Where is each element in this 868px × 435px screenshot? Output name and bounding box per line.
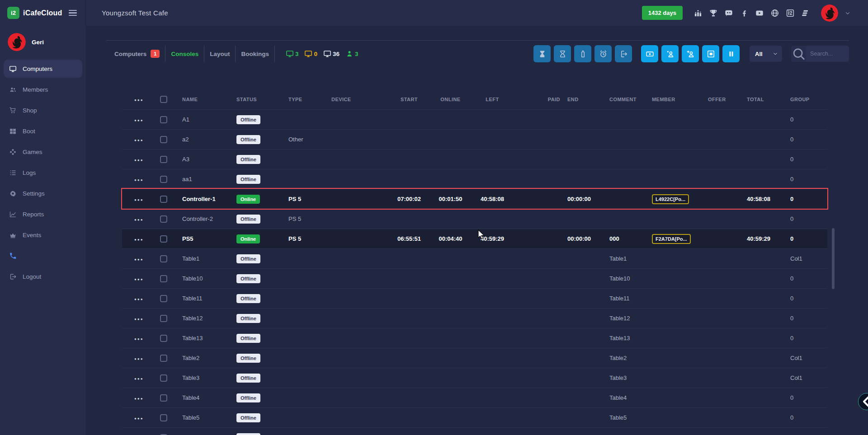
sidebar-item-computers[interactable]: Computers: [4, 60, 82, 78]
row-checkbox[interactable]: [160, 355, 167, 362]
row-checkbox[interactable]: [160, 374, 167, 382]
table-row-aa1[interactable]: ●●● aa1 Offline 0: [122, 169, 827, 189]
row-checkbox[interactable]: [160, 275, 167, 282]
sidebar-item-reports[interactable]: Reports: [4, 205, 82, 223]
row-actions-icon[interactable]: ●●●: [134, 198, 144, 202]
trophy-icon[interactable]: [709, 9, 718, 18]
row-checkbox[interactable]: [160, 414, 167, 421]
add-user-button[interactable]: [682, 45, 699, 62]
table-row-Table13[interactable]: ●●● Table13 Offline Table13 0: [122, 328, 827, 348]
user-avatar[interactable]: [8, 33, 26, 51]
row-checkbox[interactable]: [160, 394, 167, 402]
row-actions-icon[interactable]: ●●●: [134, 138, 144, 142]
table-row-A3[interactable]: ●●● A3 Offline 0: [122, 149, 827, 169]
pause-button[interactable]: [722, 45, 740, 62]
table-row-Table11[interactable]: ●●● Table11 Offline Table11 0: [122, 288, 827, 308]
table-row-Controller-2[interactable]: ●●● Controller-2 Offline PS 5 0: [122, 209, 827, 229]
row-actions-icon[interactable]: ●●●: [134, 238, 144, 242]
column-header-offer[interactable]: OFFER: [705, 97, 741, 102]
column-header-start[interactable]: START: [389, 97, 429, 102]
filter-select[interactable]: All: [750, 46, 782, 62]
column-header-comment[interactable]: COMMENT: [606, 97, 649, 102]
row-actions-icon[interactable]: ●●●: [134, 416, 144, 421]
row-actions-icon[interactable]: ●●●: [134, 178, 144, 182]
table-row-Table5[interactable]: ●●● Table5 Offline Table5 0: [122, 407, 827, 427]
table-row-Table2[interactable]: ●●● Table2 Offline Table2 Col1: [122, 348, 827, 368]
column-header-member[interactable]: MEMBER: [649, 97, 705, 102]
column-header-left[interactable]: LEFT: [472, 97, 513, 102]
layers-icon[interactable]: [801, 9, 810, 18]
youtube-icon[interactable]: [755, 9, 764, 18]
globe-icon[interactable]: [770, 9, 779, 18]
row-actions-icon[interactable]: ●●●: [134, 297, 144, 301]
avatar[interactable]: [821, 5, 838, 22]
ranking-icon[interactable]: [693, 9, 703, 18]
member-chip[interactable]: F2A7DA[Po...: [652, 234, 691, 244]
add-user-star-button[interactable]: [661, 45, 679, 62]
column-header-type[interactable]: TYPE: [285, 97, 328, 102]
tab-layout[interactable]: Layout: [210, 51, 230, 57]
page-scrollbar[interactable]: [832, 228, 835, 289]
row-actions-icon[interactable]: ●●●: [134, 357, 144, 361]
table-row-Table4[interactable]: ●●● Table4 Offline Table4 0: [122, 388, 827, 407]
table-row-a2[interactable]: ●●● a2 Offline Other 0: [122, 129, 827, 149]
row-checkbox[interactable]: [160, 235, 167, 243]
row-actions-icon[interactable]: ●●●: [134, 277, 144, 281]
row-actions-icon[interactable]: ●●●: [134, 257, 144, 262]
sidebar-item-logs[interactable]: Logs: [4, 164, 82, 182]
table-row-Table10[interactable]: ●●● Table10 Offline Table10 0: [122, 268, 827, 288]
sidebar-item-settings[interactable]: Settings: [4, 184, 82, 202]
facebook-icon[interactable]: [740, 9, 749, 18]
tab-consoles[interactable]: Consoles: [171, 51, 198, 57]
column-header-group[interactable]: GROUP: [782, 97, 827, 102]
column-header-end[interactable]: END: [564, 97, 606, 102]
row-actions-icon[interactable]: ●●●: [134, 397, 144, 401]
search-icon[interactable]: [791, 46, 806, 62]
icafecloud-icon[interactable]: [786, 9, 795, 18]
sidebar-item-games[interactable]: Games: [4, 143, 82, 161]
table-row-A1[interactable]: ●●● A1 Offline 0: [122, 109, 827, 129]
column-header-device[interactable]: DEVICE: [328, 97, 389, 102]
sidebar-item-events[interactable]: Events: [4, 226, 82, 244]
column-header-total[interactable]: TOTAL: [741, 97, 782, 102]
row-checkbox[interactable]: [160, 196, 167, 203]
row-actions-icon[interactable]: ●●●: [134, 158, 144, 162]
row-checkbox[interactable]: [160, 335, 167, 342]
table-row-Table7[interactable]: ●●● Table7 Offline Table7: [122, 427, 827, 435]
sidebar-item-shop[interactable]: Shop: [4, 101, 82, 119]
menu-toggle-icon[interactable]: [67, 8, 79, 18]
member-chip[interactable]: L4922C[Po...: [652, 194, 689, 204]
hourglass-filled-button[interactable]: [533, 45, 551, 62]
ellipsis-icon[interactable]: ●●●: [134, 98, 144, 102]
cash-button[interactable]: [641, 45, 658, 62]
table-row-Table1[interactable]: ●●● Table1 Offline Table1 Col1: [122, 248, 827, 268]
select-all-checkbox[interactable]: [160, 96, 167, 103]
row-checkbox[interactable]: [160, 215, 167, 223]
search-input[interactable]: [806, 51, 845, 57]
column-header-paid[interactable]: PAID: [513, 97, 564, 102]
brand-logo[interactable]: i2 iCafeCloud: [7, 7, 62, 19]
tab-bookings[interactable]: Bookings: [241, 51, 269, 57]
sidebar-item-logout[interactable]: Logout: [4, 267, 82, 285]
alarm-clock-button[interactable]: [594, 45, 612, 62]
column-header-online[interactable]: ONLINE: [429, 97, 472, 102]
row-checkbox[interactable]: [160, 176, 167, 183]
battery-button[interactable]: [574, 45, 591, 62]
tab-computers[interactable]: Computers 1: [114, 50, 160, 58]
sidebar-item-members[interactable]: Members: [4, 80, 82, 98]
row-actions-icon[interactable]: ●●●: [134, 118, 144, 122]
sign-out-button[interactable]: [615, 45, 632, 62]
subscription-days-badge[interactable]: 1432 days: [642, 6, 683, 20]
row-checkbox[interactable]: [160, 255, 167, 262]
column-header-name[interactable]: NAME: [179, 97, 233, 102]
sidebar-item-boot[interactable]: Boot: [4, 122, 82, 140]
row-checkbox[interactable]: [160, 315, 167, 322]
row-checkbox[interactable]: [160, 136, 167, 143]
row-actions-icon[interactable]: ●●●: [134, 337, 144, 341]
row-checkbox[interactable]: [160, 116, 167, 123]
discord-icon[interactable]: [724, 9, 733, 18]
row-checkbox[interactable]: [160, 295, 167, 302]
row-actions-icon[interactable]: ●●●: [134, 317, 144, 321]
column-header-status[interactable]: STATUS: [233, 97, 285, 102]
collapse-panel-button[interactable]: [858, 393, 868, 410]
